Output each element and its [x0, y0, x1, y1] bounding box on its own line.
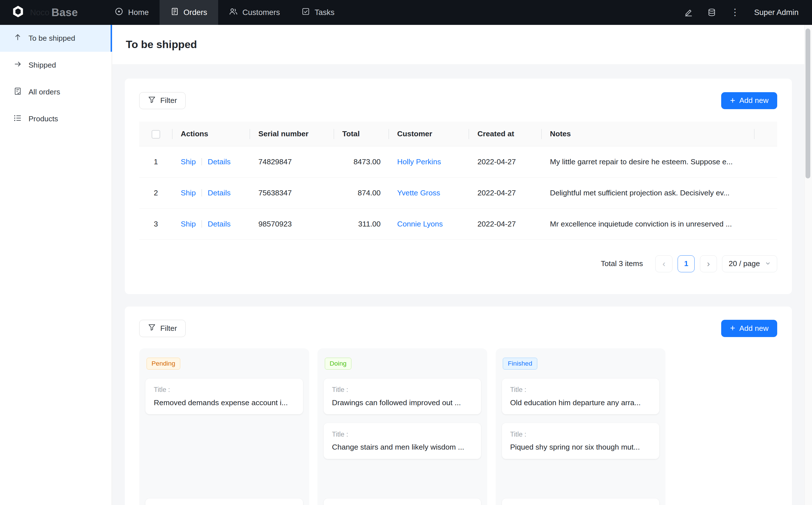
action-divider	[201, 189, 202, 196]
action-divider	[201, 220, 202, 228]
column-header-customer: Customer	[389, 122, 469, 147]
kanban-toolbar: Filter + Add new	[139, 320, 777, 337]
sidebar-item-label: To be shipped	[29, 34, 75, 43]
kanban-column-pending: Pending Title : Removed demands expense …	[139, 348, 309, 505]
database-icon[interactable]	[708, 8, 716, 16]
filter-button[interactable]: Filter	[139, 320, 185, 337]
select-all-header-cell	[139, 122, 172, 147]
card-title-text: Old education him departure any arra...	[510, 398, 651, 407]
notes-cell: My little garret repair to desire he est…	[542, 147, 755, 178]
filter-funnel-icon	[148, 323, 156, 333]
add-new-button[interactable]: + Add new	[721, 92, 777, 109]
nav-item-customers[interactable]: Customers	[218, 0, 291, 25]
kanban-card[interactable]: Title : Old education him departure any …	[502, 379, 659, 414]
more-options-kebab-icon[interactable]: ⋮	[730, 8, 739, 17]
total-cell: 8473.00	[334, 147, 389, 178]
plus-icon: +	[730, 324, 735, 333]
ship-link[interactable]: Ship	[181, 189, 196, 197]
ship-link[interactable]: Ship	[181, 220, 196, 228]
arrow-right-icon	[14, 60, 22, 70]
details-link[interactable]: Details	[208, 220, 231, 228]
customers-icon	[229, 7, 238, 18]
page-size-value: 20 / page	[728, 259, 760, 268]
logo-text-base: Base	[51, 6, 78, 19]
chevron-down-icon	[765, 259, 771, 268]
customer-cell: Connie Lyons	[389, 209, 469, 240]
filter-button-label: Filter	[160, 96, 177, 105]
notes-cell: Mr excellence inquietude conviction is i…	[542, 209, 755, 240]
column-header-actions: Actions	[172, 122, 250, 147]
kanban-card[interactable]: Title : Piqued shy spring nor six though…	[502, 423, 659, 459]
tasks-icon	[302, 7, 310, 17]
created-at-cell: 2022-04-27	[469, 209, 542, 240]
kanban-card-partial[interactable]	[324, 499, 481, 505]
row-actions: ShipDetails	[172, 147, 250, 178]
kanban-card-partial[interactable]	[145, 499, 303, 505]
status-badge: Pending	[147, 358, 180, 370]
kanban-card[interactable]: Title : Removed demands expense account …	[145, 379, 303, 414]
kanban-card[interactable]: Title : Drawings can followed improved o…	[324, 379, 481, 414]
nav-item-home[interactable]: Home	[104, 0, 160, 25]
page-header: To be shipped	[112, 25, 812, 64]
kanban-card-partial[interactable]	[502, 499, 659, 505]
kanban-column-finished: Finished Title : Old education him depar…	[496, 348, 665, 505]
customer-link[interactable]: Holly Perkins	[397, 158, 441, 166]
status-badge: Finished	[503, 358, 537, 370]
sidebar-item-shipped[interactable]: Shipped	[0, 52, 112, 78]
row-spacer-cell	[755, 147, 778, 178]
ui-editor-highlighter-icon[interactable]	[684, 8, 693, 17]
card-field-label: Title :	[332, 386, 473, 393]
sidebar-item-to-be-shipped[interactable]: To be shipped	[0, 25, 112, 52]
scrollbar-thumb[interactable]	[806, 29, 810, 179]
nocobase-logo-icon	[11, 5, 25, 20]
created-at-cell: 2022-04-27	[469, 178, 542, 209]
customer-link[interactable]: Yvette Gross	[397, 189, 440, 197]
column-header-spacer	[755, 122, 778, 147]
details-link[interactable]: Details	[208, 158, 231, 166]
orders-toolbar: Filter + Add new	[139, 92, 777, 109]
details-link[interactable]: Details	[208, 189, 231, 197]
total-cell: 311.00	[334, 209, 389, 240]
home-icon	[115, 7, 123, 18]
card-field-label: Title :	[510, 386, 651, 393]
ship-link[interactable]: Ship	[181, 158, 196, 166]
logo-text-noco: Noco	[30, 8, 49, 17]
row-index: 1	[139, 147, 172, 178]
nocobase-logo[interactable]: NocoBase	[0, 0, 89, 25]
serial-number-cell: 75638347	[250, 178, 334, 209]
sidebar-item-products[interactable]: Products	[0, 106, 112, 132]
pagination-prev-button[interactable]: ‹	[655, 255, 672, 272]
main-menu: Home Orders Customers Tasks	[104, 0, 346, 25]
orders-table: Actions Serial number Total Customer Cre…	[139, 122, 777, 240]
row-spacer-cell	[755, 209, 778, 240]
nav-item-tasks[interactable]: Tasks	[291, 0, 346, 25]
action-divider	[201, 158, 202, 165]
row-index: 2	[139, 178, 172, 209]
card-title-text: Piqued shy spring nor six though mut...	[510, 443, 651, 452]
top-navbar: NocoBase Home Orders Customers	[0, 0, 812, 25]
page-title: To be shipped	[126, 38, 197, 51]
nav-item-orders[interactable]: Orders	[160, 0, 218, 25]
pagination-next-button[interactable]: ›	[700, 255, 717, 272]
pagination-page-1[interactable]: 1	[678, 255, 695, 272]
customer-cell: Yvette Gross	[389, 178, 469, 209]
column-header-total: Total	[334, 122, 389, 147]
sidebar-item-all-orders[interactable]: All orders	[0, 78, 112, 106]
row-spacer-cell	[755, 178, 778, 209]
sidebar: To be shipped Shipped All orders Product…	[0, 25, 112, 505]
app-root: NocoBase Home Orders Customers	[0, 0, 812, 505]
card-title-text: Removed demands expense account i...	[154, 398, 295, 407]
pagination-total: Total 3 items	[601, 259, 643, 268]
vertical-scrollbar[interactable]	[804, 25, 812, 505]
user-menu[interactable]: Super Admin	[754, 8, 798, 17]
kanban-card[interactable]: Title : Change stairs and men likely wis…	[324, 423, 481, 459]
table-row: 1 ShipDetails 74829847 8473.00 Holly Per…	[139, 147, 777, 178]
column-header-notes: Notes	[542, 122, 755, 147]
page-size-select[interactable]: 20 / page	[722, 255, 777, 272]
filter-button[interactable]: Filter	[139, 92, 185, 109]
select-all-checkbox[interactable]	[152, 130, 160, 138]
customer-link[interactable]: Connie Lyons	[397, 220, 443, 228]
card-title-text: Drawings can followed improved out ...	[332, 398, 473, 407]
add-new-button[interactable]: + Add new	[721, 320, 777, 337]
kanban-column-doing: Doing Title : Drawings can followed impr…	[317, 348, 487, 505]
